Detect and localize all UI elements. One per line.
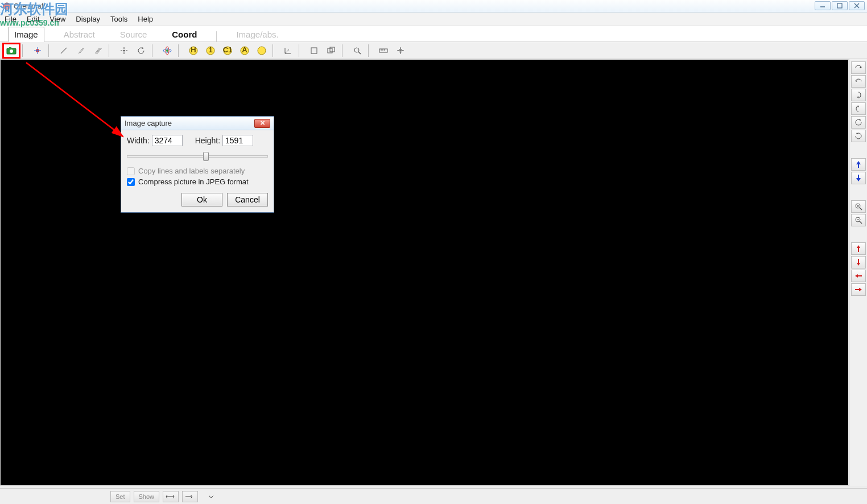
rotate-ccw-y-icon[interactable] [851, 102, 866, 115]
axes-icon[interactable] [280, 44, 296, 57]
svg-text:A: A [242, 46, 247, 54]
status-hreturn-icon[interactable] [182, 491, 198, 502]
tab-imageabs[interactable]: Image/abs. [230, 27, 284, 42]
copy-lines-label: Copy lines and labels separately [138, 167, 245, 175]
camera-icon[interactable] [3, 44, 19, 57]
dialog-close-button[interactable]: ✕ [254, 119, 270, 128]
svg-point-6 [10, 49, 13, 53]
rotate-icon[interactable] [133, 44, 149, 57]
status-set-button[interactable]: Set [110, 491, 130, 502]
tab-row: Image Abstract Source Coord Image/abs. [0, 26, 867, 42]
status-hflip-icon[interactable] [163, 491, 179, 502]
width-label: Width: [127, 136, 150, 145]
rotate-ccw-z-icon[interactable] [851, 130, 866, 142]
status-dropdown-icon[interactable] [207, 491, 215, 502]
height-input[interactable] [222, 135, 253, 146]
svg-text:H: H [191, 46, 196, 54]
arrow-down-icon[interactable] [851, 172, 866, 184]
tab-image[interactable]: Image [8, 27, 44, 42]
bond-icon-1[interactable] [56, 44, 72, 57]
svg-rect-7 [9, 47, 11, 49]
shift-up-icon[interactable] [851, 242, 866, 255]
status-show-button[interactable]: Show [134, 491, 160, 502]
label-1-icon[interactable]: 1 [203, 44, 218, 57]
menu-help[interactable]: Help [138, 15, 153, 23]
svg-text:C1: C1 [223, 46, 232, 54]
compress-jpeg-label: Compress picture in JPEG format [138, 177, 249, 186]
svg-line-16 [97, 48, 102, 53]
tab-source[interactable]: Source [114, 27, 153, 42]
svg-point-17 [123, 49, 125, 51]
compress-jpeg-checkbox-row[interactable]: Compress picture in JPEG format [127, 177, 268, 186]
menu-display[interactable]: Display [76, 15, 100, 23]
app-icon [2, 2, 11, 11]
label-c1-icon[interactable]: C1 [220, 44, 236, 57]
minimize-button[interactable] [815, 1, 831, 10]
svg-line-32 [285, 49, 289, 53]
zoom-in-icon[interactable] [851, 200, 866, 213]
rotate-cw-z-icon[interactable] [851, 116, 866, 129]
label-h-icon[interactable]: H [185, 44, 201, 57]
statusbar: Set Show [0, 488, 867, 504]
rotate-ccw-x-icon[interactable] [851, 75, 866, 88]
svg-line-37 [358, 52, 361, 54]
menu-edit[interactable]: Edit [27, 15, 39, 23]
window-title: Chemcraft [14, 2, 45, 10]
tab-coord[interactable]: Coord [166, 27, 203, 42]
ok-button[interactable]: Ok [181, 193, 222, 206]
image-capture-dialog: Image capture ✕ Width: Height: Copy line… [121, 116, 274, 213]
svg-line-46 [860, 208, 862, 210]
orbital-icon[interactable] [159, 44, 175, 57]
svg-line-15 [96, 48, 101, 53]
box-icon-2[interactable] [323, 44, 339, 57]
svg-line-50 [860, 221, 862, 224]
crosshair-icon[interactable] [393, 44, 408, 57]
shift-left-icon[interactable] [851, 270, 866, 282]
svg-line-11 [61, 48, 67, 53]
maximize-button[interactable] [832, 1, 848, 10]
tab-abstract[interactable]: Abstract [58, 27, 101, 42]
close-button[interactable] [849, 1, 865, 10]
shift-right-icon[interactable] [851, 283, 866, 296]
svg-point-36 [354, 48, 359, 52]
menu-view[interactable]: View [49, 15, 65, 23]
titlebar: Chemcraft [0, 0, 867, 13]
width-input[interactable] [152, 135, 183, 146]
atom-model-icon[interactable] [30, 44, 46, 57]
size-slider[interactable] [127, 152, 268, 162]
dialog-titlebar[interactable]: Image capture ✕ [121, 117, 274, 130]
menu-file[interactable]: File [5, 15, 16, 23]
label-a-icon[interactable]: A [237, 44, 253, 57]
shift-down-icon[interactable] [851, 256, 866, 268]
svg-point-0 [3, 3, 10, 10]
dialog-title: Image capture [125, 119, 172, 127]
svg-rect-38 [379, 49, 387, 52]
move-icon[interactable] [116, 44, 132, 57]
menu-tools[interactable]: Tools [110, 15, 127, 23]
svg-text:1: 1 [208, 46, 212, 54]
copy-lines-checkbox-row[interactable]: Copy lines and labels separately [127, 167, 268, 175]
bond-icon-2[interactable] [73, 44, 89, 57]
magnify-icon[interactable] [349, 44, 365, 57]
measure-icon[interactable] [375, 44, 391, 57]
rotate-cw-x-icon[interactable] [851, 61, 866, 74]
right-toolbar [849, 59, 867, 486]
label-blank-icon[interactable] [254, 44, 270, 57]
bond-icon-3[interactable] [90, 44, 106, 57]
svg-point-20 [166, 49, 168, 52]
menubar: File Edit View Display Tools Help [0, 13, 867, 26]
cancel-button[interactable]: Cancel [227, 193, 268, 206]
arrow-up-icon[interactable] [851, 158, 866, 171]
svg-rect-2 [837, 3, 842, 8]
tab-separator [216, 31, 217, 42]
zoom-out-icon[interactable] [851, 214, 866, 226]
toolbar: H 1 C1 A [0, 42, 867, 59]
height-label: Height: [195, 136, 220, 145]
svg-line-13 [80, 48, 84, 53]
svg-rect-33 [311, 48, 317, 53]
copy-lines-checkbox [127, 167, 135, 175]
box-icon-1[interactable] [306, 44, 322, 57]
rotate-cw-y-icon[interactable] [851, 89, 866, 101]
svg-line-14 [95, 48, 100, 53]
compress-jpeg-checkbox[interactable] [127, 178, 135, 186]
